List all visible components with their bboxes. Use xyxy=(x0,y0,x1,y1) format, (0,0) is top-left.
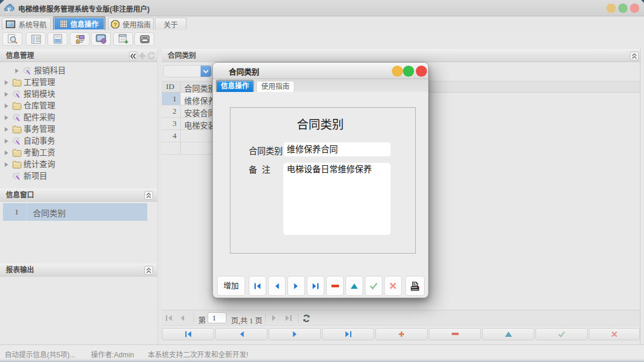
svg-text:y: y xyxy=(6,4,11,13)
svg-text:?: ? xyxy=(114,22,117,28)
